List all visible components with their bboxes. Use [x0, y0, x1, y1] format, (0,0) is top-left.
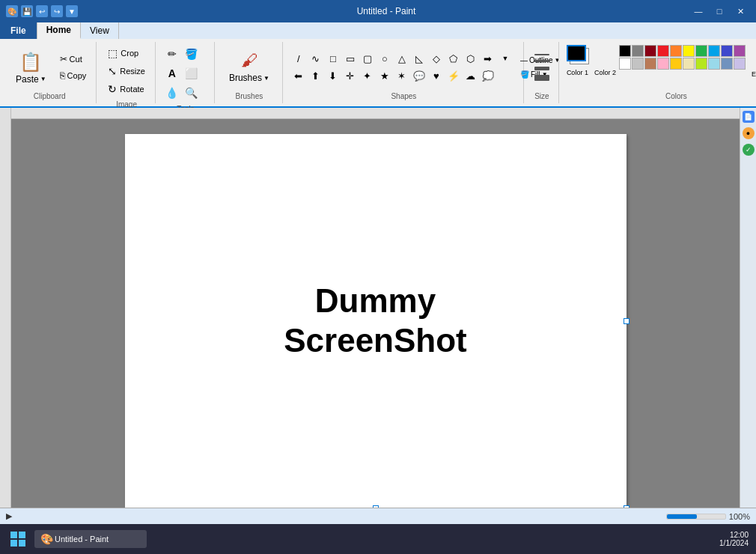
brushes-button[interactable]: 🖌 Brushes ▼: [222, 45, 276, 87]
taskbar-paint-item[interactable]: 🎨 Untitled - Paint: [34, 530, 147, 548]
undo-icon[interactable]: ↩: [36, 5, 48, 17]
shape-rect[interactable]: □: [325, 50, 341, 67]
paste-dropdown-icon[interactable]: ▼: [40, 76, 46, 82]
sidebar-icon-3[interactable]: ✓: [743, 144, 755, 156]
shape-cloud[interactable]: ☁: [463, 67, 479, 84]
right-sidebar: 📄 ● ✓: [740, 108, 756, 508]
shape-rounded-rect[interactable]: ▢: [359, 50, 376, 67]
quick-access-icon[interactable]: ▼: [66, 5, 78, 17]
color1-swatch[interactable]: [567, 45, 586, 61]
paint-canvas[interactable]: Dummy ScreenShot: [125, 134, 627, 508]
magnify-tool[interactable]: 🔍: [183, 84, 201, 102]
color-palette: [619, 45, 746, 70]
tab-home[interactable]: Home: [37, 22, 81, 39]
shape-lightning[interactable]: ⚡: [445, 67, 462, 84]
color-picker-tool[interactable]: 💧: [163, 84, 181, 102]
color-lightblue[interactable]: [708, 58, 720, 70]
shape-star4[interactable]: ✦: [359, 67, 376, 84]
color-lightgray[interactable]: [632, 58, 644, 70]
shape-right-arrow[interactable]: ➡: [480, 50, 496, 67]
edit-colors-button[interactable]: Edit colors: [749, 45, 756, 79]
color-blue[interactable]: [708, 45, 720, 57]
shapes-grid: / ∿ □ ▭ ▢ ○ △ ◺ ◇ ⬠ ⬡ ➡ ▼: [290, 50, 513, 84]
canvas-resize-handle-s[interactable]: [373, 505, 379, 508]
color-yellow[interactable]: [683, 45, 695, 57]
shape-oval-callout[interactable]: 💭: [480, 67, 496, 84]
color-lime[interactable]: [695, 58, 707, 70]
color-steelblue[interactable]: [721, 58, 733, 70]
resize-button[interactable]: ⤡ Resize: [104, 63, 149, 79]
shape-curve[interactable]: ∿: [308, 50, 324, 67]
color-indigo[interactable]: [721, 45, 733, 57]
shape-diamond[interactable]: ◇: [428, 50, 445, 67]
canvas-resize-handle-se[interactable]: [624, 505, 630, 508]
start-button[interactable]: [4, 526, 31, 553]
tab-view[interactable]: View: [81, 22, 119, 39]
brushes-dropdown-icon[interactable]: ▼: [263, 75, 269, 82]
shape-heart[interactable]: ♥: [428, 67, 445, 84]
shape-hexagon[interactable]: ⬡: [463, 50, 479, 67]
cut-button[interactable]: ✂ Cut: [56, 52, 91, 67]
shape-4way-arrow[interactable]: ✛: [342, 67, 359, 84]
sidebar-icon-2[interactable]: ●: [743, 127, 755, 139]
copy-icon: ⎘: [60, 70, 65, 81]
canvas-wrapper: Dummy ScreenShot: [11, 108, 740, 508]
copy-button[interactable]: ⎘ Copy: [56, 68, 91, 83]
tab-file[interactable]: File: [0, 22, 37, 39]
crop-button[interactable]: ⬚ Crop: [104, 45, 142, 61]
brushes-label: Brushes: [229, 73, 262, 83]
shape-right-triangle[interactable]: ◺: [411, 50, 427, 67]
shapes-more[interactable]: ▼: [497, 50, 513, 67]
color-brown[interactable]: [644, 58, 656, 70]
paste-button[interactable]: 📋 Paste ▼: [9, 46, 53, 88]
rotate-button[interactable]: ↻ Rotate: [104, 81, 147, 97]
size-selector[interactable]: [531, 51, 552, 84]
fill-tool[interactable]: 🪣: [183, 45, 201, 63]
color-lavender[interactable]: [734, 58, 746, 70]
shape-up-arrow[interactable]: ⬆: [308, 67, 324, 84]
shapes-label: Shapes: [290, 89, 517, 100]
size-line-4: [534, 75, 549, 81]
color-purple[interactable]: [734, 45, 746, 57]
color-red[interactable]: [657, 45, 669, 57]
color-orange[interactable]: [670, 45, 682, 57]
color-darkred[interactable]: [644, 45, 656, 57]
shape-rect2[interactable]: ▭: [342, 50, 359, 67]
sidebar-icon-1[interactable]: 📄: [743, 111, 755, 123]
status-text: ▶: [6, 511, 12, 521]
zoom-slider[interactable]: [666, 514, 726, 520]
shape-pentagon[interactable]: ⬠: [445, 50, 462, 67]
close-button[interactable]: ✕: [731, 4, 750, 19]
canvas-resize-handle-e[interactable]: [624, 318, 630, 324]
color-white[interactable]: [619, 58, 631, 70]
color-lightyellow[interactable]: [683, 58, 695, 70]
color-pink[interactable]: [657, 58, 669, 70]
pencil-tool[interactable]: ✏: [163, 45, 181, 63]
paint-window: 🎨 💾 ↩ ↪ ▼ Untitled - Paint — □ ✕ File Ho…: [0, 0, 756, 524]
maximize-button[interactable]: □: [710, 4, 729, 19]
image-label: Image: [104, 97, 149, 109]
canvas-scroll-area[interactable]: Dummy ScreenShot: [11, 119, 740, 508]
save-icon[interactable]: 💾: [21, 5, 33, 17]
redo-icon[interactable]: ↪: [51, 5, 63, 17]
shapes-group-content: / ∿ □ ▭ ▢ ○ △ ◺ ◇ ⬠ ⬡ ➡ ▼: [290, 45, 517, 89]
shape-down-arrow[interactable]: ⬇: [325, 67, 341, 84]
color-black[interactable]: [619, 45, 631, 57]
color-darkgray[interactable]: [632, 45, 644, 57]
shape-star5[interactable]: ★: [377, 67, 393, 84]
zoom-level: 100%: [729, 512, 750, 521]
minimize-button[interactable]: —: [689, 4, 708, 19]
top-ruler: [11, 108, 740, 119]
shape-left-arrow[interactable]: ⬅: [290, 67, 307, 84]
shape-ellipse[interactable]: ○: [377, 50, 393, 67]
color-green[interactable]: [695, 45, 707, 57]
text-tool[interactable]: A: [163, 64, 181, 82]
shape-callout[interactable]: 💬: [411, 67, 427, 84]
shape-star6[interactable]: ✶: [394, 67, 410, 84]
taskbar-clock: 12:00 1/1/2024: [716, 529, 752, 549]
clipboard-small-btns: ✂ Cut ⎘ Copy: [56, 52, 91, 83]
shape-line[interactable]: /: [290, 50, 307, 67]
eraser-tool[interactable]: ⬜: [183, 64, 201, 82]
color-gold[interactable]: [670, 58, 682, 70]
shape-triangle[interactable]: △: [394, 50, 410, 67]
